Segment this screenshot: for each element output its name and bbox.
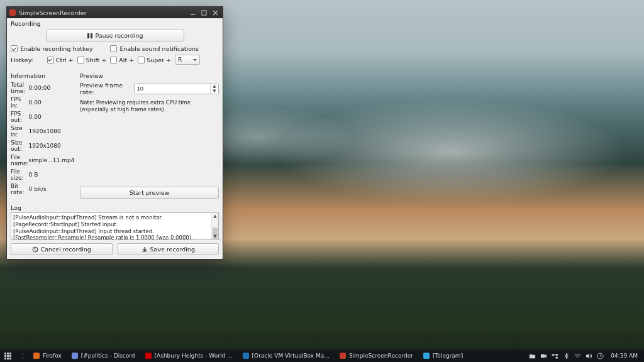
ctrl-checkbox[interactable] xyxy=(47,57,54,63)
dropbox-icon[interactable] xyxy=(552,353,558,359)
enable-hotkey-label: Enable recording hotkey xyxy=(20,45,93,52)
pause-label: Pause recording xyxy=(96,32,143,39)
log-label: Log xyxy=(7,202,223,212)
preview-note: Note: Previewing requires extra CPU time… xyxy=(80,99,219,112)
cancel-recording-button[interactable]: Cancel recording xyxy=(11,243,113,255)
hotkey-key-combo[interactable]: R xyxy=(175,55,200,65)
super-checkbox[interactable] xyxy=(138,57,145,63)
taskbar-item-telegram[interactable]: [Telegram] xyxy=(418,349,468,362)
telegram-icon xyxy=(423,353,430,359)
minimize-icon[interactable] xyxy=(187,9,197,16)
window-title: SimpleScreenRecorder xyxy=(19,9,186,16)
ssr-icon xyxy=(340,353,346,359)
scroll-down-icon[interactable]: ▼ xyxy=(212,233,218,239)
preview-framerate-input[interactable]: ▲ ▼ xyxy=(134,84,219,94)
app-icon xyxy=(9,9,16,16)
information-label: Information xyxy=(11,70,72,80)
svg-rect-2 xyxy=(87,33,89,38)
alt-checkbox[interactable] xyxy=(110,57,117,63)
taskbar-item-discord[interactable]: [#politics - Discord xyxy=(67,349,140,362)
recording-section-label: Recording xyxy=(7,18,223,28)
firefox-icon xyxy=(33,353,40,359)
svg-rect-1 xyxy=(201,10,206,14)
system-tray: 04:39 AM xyxy=(529,353,641,359)
app-launcher-icon[interactable] xyxy=(3,351,13,361)
youtube-icon xyxy=(145,353,152,359)
updates-icon[interactable] xyxy=(597,353,604,359)
enable-sound-label: Enable sound notifications xyxy=(119,45,199,52)
svg-rect-5 xyxy=(541,354,545,358)
taskbar-item-ssr[interactable]: SimpleScreenRecorder xyxy=(335,349,418,362)
ssr-window: SimpleScreenRecorder Recording Pause rec… xyxy=(6,6,223,260)
save-icon xyxy=(142,246,148,253)
titlebar[interactable]: SimpleScreenRecorder xyxy=(7,7,223,18)
log-scrollbar[interactable]: ▲ ▼ xyxy=(211,213,218,239)
discord-icon xyxy=(72,353,78,359)
preview-label: Preview xyxy=(80,70,219,80)
taskbar-item-firefox[interactable]: Firefox xyxy=(28,349,67,362)
maximize-icon[interactable] xyxy=(199,9,209,16)
taskbar-item-virtualbox[interactable]: [Oracle VM VirtualBox Ma... xyxy=(238,349,335,362)
save-recording-button[interactable]: Save recording xyxy=(118,243,219,255)
shift-checkbox[interactable] xyxy=(77,57,84,63)
scroll-up-icon[interactable]: ▲ xyxy=(212,213,218,219)
start-preview-button[interactable]: Start preview xyxy=(80,187,219,199)
bluetooth-icon[interactable] xyxy=(563,353,570,359)
preview-framerate-label: Preview frame rate: xyxy=(80,82,130,96)
enable-hotkey-checkbox[interactable] xyxy=(11,45,18,52)
separator-icon: ⋮ xyxy=(18,352,28,360)
pause-icon xyxy=(87,33,93,39)
spin-down-icon[interactable]: ▼ xyxy=(211,89,218,94)
clock[interactable]: 04:39 AM xyxy=(608,353,638,359)
close-icon[interactable] xyxy=(210,9,220,16)
wifi-icon[interactable] xyxy=(574,353,581,359)
pause-recording-button[interactable]: Pause recording xyxy=(46,30,184,41)
camera-icon[interactable] xyxy=(540,353,547,359)
spin-up-icon[interactable]: ▲ xyxy=(211,84,218,89)
hotkey-label: Hotkey: xyxy=(11,57,33,63)
taskbar: ⋮ Firefox [#politics - Discord [Ashbury … xyxy=(0,349,644,362)
cancel-icon xyxy=(32,246,38,253)
enable-sound-checkbox[interactable] xyxy=(110,45,117,52)
taskbar-item-youtube[interactable]: [Ashbury Heights - World ... xyxy=(140,349,238,362)
folder-icon[interactable] xyxy=(529,353,536,359)
volume-icon[interactable] xyxy=(586,353,592,359)
info-table: Total time:0:00:00 FPS in:0.00 FPS out:0… xyxy=(11,80,74,196)
svg-rect-0 xyxy=(190,14,194,14)
log-textarea[interactable]: [PulseAudioInput::InputThread] Stream is… xyxy=(11,212,219,240)
virtualbox-icon xyxy=(243,353,249,359)
svg-rect-3 xyxy=(91,33,92,38)
